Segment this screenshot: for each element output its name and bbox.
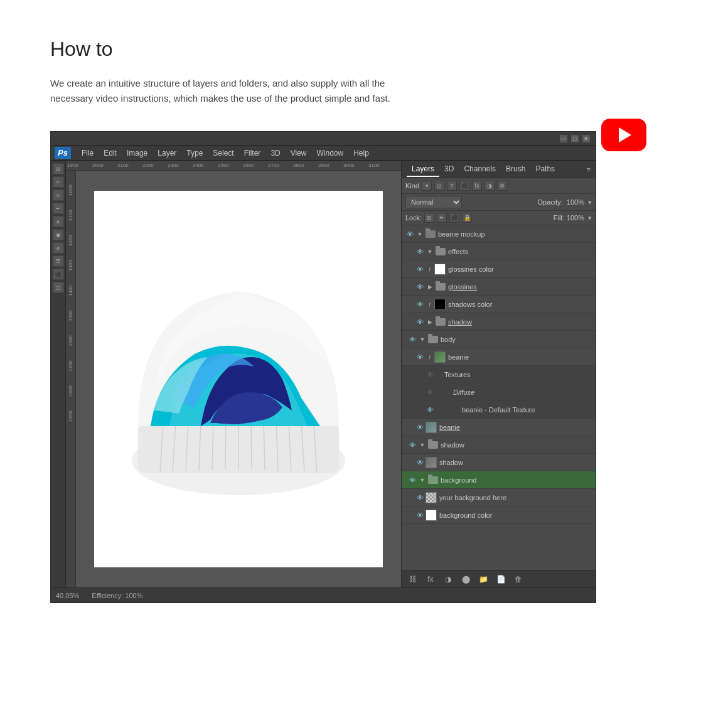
eye-icon[interactable]: 👁 <box>424 387 436 398</box>
filter-icon-2[interactable]: T <box>447 181 457 191</box>
expand-icon[interactable]: ▶ <box>426 282 434 291</box>
eye-icon[interactable]: 👁 <box>414 281 426 292</box>
eye-icon[interactable]: 👁 <box>407 474 418 486</box>
eye-icon[interactable]: 👁 <box>414 422 426 433</box>
layer-shadow-folder[interactable]: 👁 ▼ shadow <box>402 436 596 454</box>
menu-edit[interactable]: Edit <box>99 147 121 159</box>
eye-icon[interactable]: 👁 <box>414 316 426 328</box>
eye-icon[interactable]: 👁 <box>407 334 418 345</box>
expand-icon[interactable]: ▼ <box>415 230 424 238</box>
maximize-button[interactable]: □ <box>570 134 579 143</box>
layer-background-folder[interactable]: 👁 ▼ background <box>402 471 596 489</box>
tab-paths[interactable]: Paths <box>530 162 560 177</box>
layer-glossines[interactable]: 👁 ▶ glossines <box>402 278 596 296</box>
layer-shadows-color[interactable]: 👁 ƒ shadows color <box>402 296 596 313</box>
filter-dropdown-icon[interactable]: ▾ <box>422 181 432 191</box>
link-layers-icon[interactable]: ⛓ <box>407 573 419 586</box>
lock-position[interactable]: ⬛ <box>449 213 459 223</box>
toolbar-icon-8[interactable]: ☰ <box>53 255 64 267</box>
eye-icon[interactable]: 👁 <box>404 228 415 240</box>
layer-diffuse[interactable]: 👁 Diffuse <box>402 383 596 401</box>
tab-layers[interactable]: Layers <box>407 162 439 177</box>
eye-icon[interactable]: 👁 <box>407 439 418 451</box>
eye-icon[interactable]: 👁 <box>414 510 426 521</box>
layer-shadow-group[interactable]: 👁 ▶ shadow <box>402 313 596 331</box>
eye-icon[interactable]: 👁 <box>414 246 426 257</box>
layer-name-diffuse: Diffuse <box>453 388 593 396</box>
menu-type[interactable]: Type <box>182 147 207 159</box>
lock-paint[interactable]: ✒ <box>437 213 447 223</box>
layer-beanie-smart[interactable]: 👁 ƒ beanie <box>402 348 596 366</box>
menu-file[interactable]: File <box>77 147 98 159</box>
ruler-num: 2600 <box>243 163 268 168</box>
layer-beanie-layer[interactable]: 👁 beanie <box>402 419 596 436</box>
opacity-value: 100% <box>567 198 584 206</box>
youtube-button[interactable] <box>601 119 646 151</box>
minimize-button[interactable]: — <box>559 134 568 143</box>
adjustment-icon[interactable]: ◑ <box>442 573 454 586</box>
eye-icon[interactable]: 👁 <box>414 351 426 363</box>
folder-icon <box>427 475 439 485</box>
menu-3d[interactable]: 3D <box>266 147 284 159</box>
toolbar-icon-2[interactable]: ✂ <box>53 176 64 188</box>
toolbar-icon-3[interactable]: ⊙ <box>53 190 64 201</box>
toolbar-icon-10[interactable]: ◫ <box>53 282 64 293</box>
tab-3d[interactable]: 3D <box>439 162 459 177</box>
layer-glossines-color[interactable]: 👁 ƒ glossines color <box>402 260 596 278</box>
group-icon[interactable]: 📁 <box>477 573 490 586</box>
toolbar-icon-9[interactable]: ⬛ <box>53 269 64 280</box>
filter-icon-5[interactable]: ◑ <box>484 181 495 191</box>
toolbar-icon-7[interactable]: ⌀ <box>53 242 64 254</box>
eye-icon[interactable]: 👁 <box>424 369 436 380</box>
layer-beanie-mockup[interactable]: 👁 ▼ beanie mockup <box>402 225 596 243</box>
toolbar-icon-1[interactable]: ⊞ <box>53 163 64 174</box>
menu-filter[interactable]: Filter <box>240 147 265 159</box>
filter-icon-3[interactable]: ⬛ <box>459 181 469 191</box>
filter-icon-1[interactable]: ⊙ <box>434 181 444 191</box>
filter-icon-4[interactable]: fx <box>472 181 482 191</box>
menu-window[interactable]: Window <box>313 147 348 159</box>
layer-beanie-texture[interactable]: 👁 beanie - Default Texture <box>402 401 596 419</box>
blend-mode-select[interactable]: Normal <box>405 196 462 208</box>
expand-icon[interactable]: ▼ <box>418 335 427 344</box>
menu-image[interactable]: Image <box>122 147 152 159</box>
close-button[interactable]: ✕ <box>582 134 591 143</box>
toolbar-icon-6[interactable]: ▣ <box>53 229 64 240</box>
menu-view[interactable]: View <box>286 147 311 159</box>
toolbar-icon-5[interactable]: A <box>53 216 64 227</box>
tab-brush[interactable]: Brush <box>501 162 530 177</box>
layer-textures[interactable]: 👁 Textures <box>402 366 596 383</box>
expand-icon[interactable]: ▶ <box>426 318 434 326</box>
expand-icon[interactable]: ▼ <box>418 476 427 484</box>
eye-icon[interactable]: 👁 <box>414 492 426 503</box>
lock-transparency[interactable]: ⊞ <box>424 213 434 223</box>
layer-thumb-black <box>434 299 446 310</box>
menu-layer[interactable]: Layer <box>153 147 181 159</box>
panel-options-button[interactable]: ≡ <box>587 166 591 173</box>
menu-help[interactable]: Help <box>349 147 373 159</box>
fx-icon[interactable]: fx <box>424 573 437 586</box>
tab-channels[interactable]: Channels <box>459 162 501 177</box>
eye-icon[interactable]: 👁 <box>414 457 426 468</box>
eye-icon[interactable]: 👁 <box>424 404 436 415</box>
expand-icon[interactable]: ▼ <box>426 247 434 256</box>
delete-layer-icon[interactable]: 🗑 <box>512 573 525 586</box>
eye-icon[interactable]: 👁 <box>414 299 426 310</box>
menu-select[interactable]: Select <box>208 147 238 159</box>
layer-background-color[interactable]: 👁 background color <box>402 506 596 524</box>
layer-name-shadow-folder: shadow <box>441 441 593 449</box>
fill-arrow[interactable]: ▾ <box>588 214 592 222</box>
opacity-arrow[interactable]: ▾ <box>588 198 592 206</box>
layer-shadow-layer[interactable]: 👁 shadow <box>402 454 596 471</box>
toolbar-icon-4[interactable]: ✒ <box>53 203 64 214</box>
layer-effects[interactable]: 👁 ▼ effects <box>402 243 596 260</box>
lock-artboard[interactable]: 🔒 <box>462 213 472 223</box>
mask-icon[interactable]: ⬤ <box>459 573 472 586</box>
eye-icon[interactable]: 👁 <box>414 264 426 275</box>
new-layer-icon[interactable]: 📄 <box>495 573 507 586</box>
lock-label: Lock: <box>405 214 422 222</box>
filter-icon-6[interactable]: ⚙ <box>497 181 507 191</box>
expand-icon[interactable]: ▼ <box>418 441 427 449</box>
layer-your-background[interactable]: 👁 your background here <box>402 489 596 506</box>
layer-body[interactable]: 👁 ▼ body <box>402 331 596 348</box>
